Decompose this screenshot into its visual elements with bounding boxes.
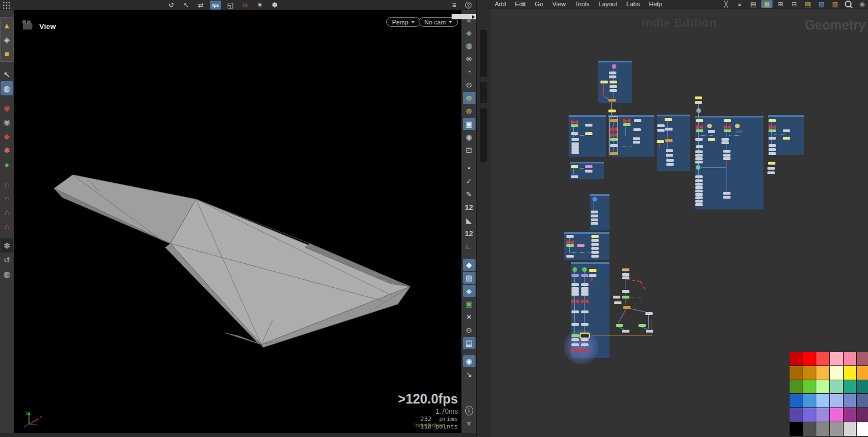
palette-swatch[interactable] [816, 408, 829, 422]
point-numbers-icon[interactable]: 12 [463, 201, 475, 213]
palette-swatch[interactable] [803, 422, 816, 436]
palette-swatch[interactable] [790, 394, 803, 407]
view-mask-icon[interactable]: ⊡ [463, 144, 475, 156]
gray-sphere-icon[interactable]: ◉ [1, 115, 13, 129]
menu-item-help[interactable]: Help [644, 1, 666, 7]
smooth-shade-icon[interactable]: ◈ [463, 285, 475, 297]
disable-transform-icon[interactable]: ⊗ [463, 53, 475, 65]
particles-icon[interactable]: ✱ [1, 143, 13, 157]
grid-snap-icon[interactable]: ⊞ [775, 0, 786, 8]
copy-nodes-icon[interactable]: ⊟ [788, 0, 800, 8]
magnet-curve-icon[interactable]: ∩ [1, 191, 13, 205]
prim-normals-icon[interactable]: ◣ [463, 215, 475, 226]
menu-item-add[interactable]: Add [490, 1, 511, 7]
menu-item-view[interactable]: View [548, 1, 570, 7]
lock-tool-icon[interactable]: ◍ [1, 81, 13, 95]
menu-item-layout[interactable]: Layout [594, 1, 622, 7]
color-palette-toggle-icon[interactable]: ▦ [761, 0, 773, 8]
shelf-box-tool-icon[interactable]: ■ [1, 47, 13, 61]
view-options-icon[interactable]: ⊖ [463, 324, 475, 336]
find-icon[interactable] [843, 0, 854, 8]
origin-axes-icon[interactable]: ✕ [463, 311, 475, 323]
palette-swatch[interactable] [816, 422, 829, 436]
palette-swatch[interactable] [790, 380, 803, 394]
overview-eye-icon[interactable]: ◉ [857, 0, 868, 8]
select-tool-icon[interactable]: ↖ [1, 67, 13, 81]
palette-swatch[interactable] [816, 366, 829, 380]
point-trails-icon[interactable]: ✎ [463, 188, 475, 200]
magnet-point-icon[interactable]: ∩ [1, 205, 13, 219]
flipbook-icon[interactable]: ✷ [254, 1, 265, 10]
select-arrow-icon[interactable]: ↖ [181, 1, 191, 10]
background-image-icon[interactable]: ▧ [816, 0, 827, 8]
viewport-layout-icon[interactable]: ◈ [463, 27, 475, 39]
palette-swatch[interactable] [803, 408, 816, 422]
palette-swatch[interactable] [803, 352, 816, 365]
tools-wrench-icon[interactable]: ╳ [720, 0, 732, 8]
box-select-icon[interactable]: ◱ [225, 1, 236, 10]
palette-swatch[interactable] [844, 366, 857, 380]
wireframe-blend-icon[interactable]: ▣ [463, 298, 475, 310]
viewport-canvas[interactable]: View Persp No cam [14, 10, 461, 433]
pane-divider[interactable] [476, 0, 490, 437]
palette-swatch[interactable] [844, 394, 857, 407]
transform-handles-icon[interactable]: ⇄ [195, 1, 206, 10]
fps-display-icon[interactable]: fps [210, 1, 221, 10]
shelf-cone-tool-icon[interactable]: ▲ [1, 18, 13, 32]
palette-swatch[interactable] [790, 366, 803, 380]
pane-handle-icon[interactable] [2, 1, 11, 9]
network-box-icon[interactable]: ▥ [829, 0, 841, 8]
palette-swatch[interactable] [857, 394, 868, 407]
globe-sphere-icon[interactable]: ◍ [1, 267, 13, 281]
lighting-icon[interactable]: ⊕ [463, 92, 475, 104]
textured-mode-icon[interactable]: ▨ [463, 272, 475, 284]
palette-swatch[interactable] [830, 380, 843, 394]
palette-swatch[interactable] [844, 422, 857, 436]
sticky-note-icon[interactable]: ▤ [802, 0, 813, 8]
menu-item-go[interactable]: Go [531, 1, 548, 7]
palette-swatch[interactable] [830, 366, 843, 380]
palette-swatch[interactable] [844, 352, 857, 365]
gears-icon[interactable]: ✽ [1, 238, 13, 253]
viewport-info-icon[interactable]: i [463, 405, 475, 417]
horizontal-scrollbar[interactable] [452, 14, 476, 19]
palette-swatch[interactable] [790, 352, 803, 365]
palette-swatch[interactable] [857, 408, 868, 422]
rig-cube-icon[interactable]: ◆ [1, 129, 13, 143]
palette-swatch[interactable] [857, 366, 868, 380]
character-icon[interactable]: ● [1, 157, 13, 171]
inspect-probe-icon[interactable]: ↘ [463, 368, 475, 380]
show-guides-icon[interactable]: ◉ [463, 131, 475, 143]
headlight-icon[interactable]: ⊙ [463, 79, 475, 91]
palette-swatch[interactable] [790, 408, 803, 422]
pose-sphere-icon[interactable]: ◉ [1, 100, 13, 115]
magnet-icon[interactable]: ∩ [1, 219, 13, 233]
auto-update-icon[interactable]: ◔ [463, 66, 475, 78]
camera-view-icon[interactable]: ▣ [463, 118, 475, 130]
display-options-icon[interactable]: ◉ [463, 355, 475, 367]
shelf-lattice-tool-icon[interactable]: ◈ [1, 32, 13, 47]
palette-swatch[interactable] [857, 422, 868, 436]
high-quality-lighting-icon[interactable]: ⊕ [463, 105, 475, 117]
palette-swatch[interactable] [830, 352, 843, 365]
snapshot-frame-icon[interactable]: ▤ [463, 337, 475, 349]
menu-item-edit[interactable]: Edit [511, 1, 531, 7]
tree-view-icon[interactable]: ≡ [734, 0, 745, 8]
palette-swatch[interactable] [803, 380, 816, 394]
help-icon[interactable]: ? [463, 1, 474, 10]
orbit-sphere-icon[interactable]: ↺ [1, 253, 13, 267]
prim-numbers-icon[interactable]: 12 [463, 228, 475, 239]
palette-swatch[interactable] [844, 380, 857, 394]
palette-swatch[interactable] [790, 422, 803, 436]
palette-swatch[interactable] [830, 408, 843, 422]
palette-swatch[interactable] [816, 352, 829, 365]
view-orbit-icon[interactable]: ↺ [166, 1, 177, 10]
palette-swatch[interactable] [816, 380, 829, 394]
palette-swatch[interactable] [857, 380, 868, 394]
palette-swatch[interactable] [830, 422, 843, 436]
menu-item-tools[interactable]: Tools [570, 1, 594, 7]
point-normals-icon[interactable]: ✓ [463, 175, 475, 187]
palette-swatch[interactable] [830, 394, 843, 407]
profile-curves-icon[interactable]: ∟ [463, 241, 475, 253]
palette-swatch[interactable] [844, 408, 857, 422]
